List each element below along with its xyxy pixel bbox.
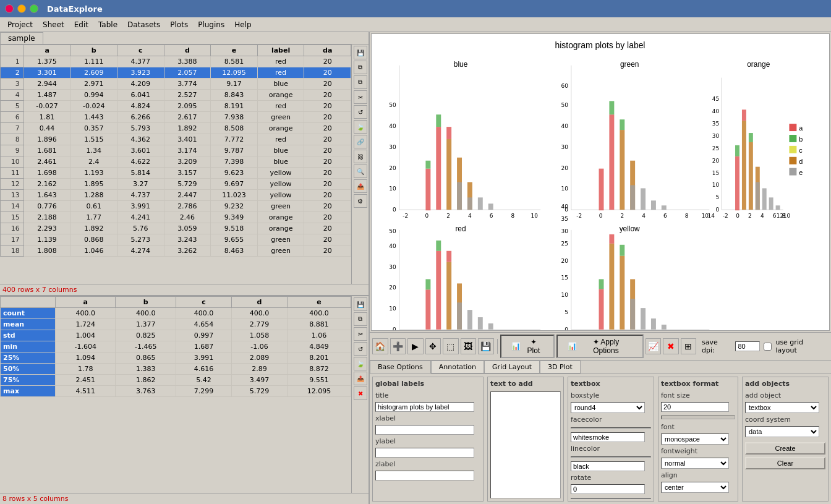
save-dpi-input[interactable] [735, 341, 760, 351]
menu-plugins[interactable]: Plugins [193, 19, 229, 30]
col-header-e[interactable]: e [211, 45, 258, 56]
fontweight-select[interactable]: normal [661, 458, 729, 469]
linecolor-input[interactable] [571, 461, 645, 471]
tab-annotation[interactable]: Annotation [431, 361, 484, 374]
xlabel-input[interactable] [375, 425, 474, 435]
table-row[interactable]: 152.1881.774.2412.469.349orange20 [1, 212, 351, 223]
plot-x-btn[interactable]: ✖ [663, 338, 679, 354]
stats-table-row[interactable]: std1.0040.8250.9971.0581.06 [1, 330, 351, 341]
tb-link-btn[interactable]: 🔗 [354, 135, 367, 148]
facecolor-slider[interactable] [571, 427, 651, 429]
tab-3d-plot[interactable]: 3D Plot [540, 361, 581, 374]
plot-add-btn[interactable]: ➕ [390, 338, 406, 354]
ylabel-input[interactable] [375, 448, 474, 458]
tb-filter-btn[interactable]: ⚙ [354, 194, 367, 208]
tb-copy-btn[interactable]: ⧉ [354, 61, 367, 74]
plot-button[interactable]: 📊 ✦ Plot [500, 335, 555, 358]
tb-unlink-btn[interactable]: ⛓ [354, 150, 367, 163]
table-row[interactable]: 162.2931.8925.763.0599.518orange20 [1, 223, 351, 234]
zlabel-input[interactable] [375, 471, 474, 481]
stats-table-row[interactable]: 25%1.0940.8653.9912.0898.201 [1, 352, 351, 364]
data-table-scroll[interactable]: a b c d e label da 11.3751.1114.3773.388… [0, 45, 351, 284]
tb-save-btn[interactable]: 💾 [354, 46, 367, 59]
table-row[interactable]: 102.4612.44.6223.2097.398blue20 [1, 156, 351, 168]
table-row[interactable]: 131.6431.2884.7372.44711.023yellow20 [1, 190, 351, 201]
stats-tb-x-btn[interactable]: ✖ [354, 387, 367, 400]
table-row[interactable]: 81.8961.5154.3623.4017.772red20 [1, 134, 351, 145]
plot-chart2-btn[interactable]: 📈 [646, 338, 662, 354]
col-header-b[interactable]: b [70, 45, 117, 56]
tab-grid-layout[interactable]: Grid Layout [484, 361, 540, 374]
font-size-slider[interactable] [661, 416, 735, 419]
stats-tb-scissors-btn[interactable]: ✂ [354, 327, 367, 341]
stats-col-header-e[interactable]: e [287, 297, 351, 308]
menu-plots[interactable]: Plots [165, 19, 193, 30]
table-row[interactable]: 41.4870.9946.0412.5278.843orange20 [1, 90, 351, 101]
tb-export-btn[interactable]: 📤 [354, 179, 367, 193]
tb-refresh-btn[interactable]: ↺ [354, 105, 367, 119]
use-grid-checkbox[interactable] [764, 343, 772, 351]
table-row[interactable]: 32.9442.9714.2093.7749.17blue20 [1, 79, 351, 90]
stats-table-row[interactable]: mean1.7241.3774.6542.7798.881 [1, 319, 351, 330]
menu-sheet[interactable]: Sheet [38, 19, 69, 30]
table-row[interactable]: 181.8081.0464.2743.2628.463green20 [1, 246, 351, 257]
rotate-slider[interactable] [571, 498, 651, 499]
stats-tb-export-btn[interactable]: 📤 [354, 372, 367, 385]
apply-options-button[interactable]: 📊 ✦ Apply Options [556, 335, 643, 358]
align-select[interactable]: center [661, 482, 729, 493]
col-header-a[interactable]: a [23, 45, 70, 56]
stats-table-row[interactable]: count400.0400.0400.0400.0400.0 [1, 308, 351, 319]
table-row[interactable]: 61.811.4436.2662.6177.938green20 [1, 112, 351, 123]
table-row[interactable]: 70.440.3575.7931.8928.508orange20 [1, 123, 351, 134]
stats-table-scroll[interactable]: a b c d e count400.0400.0400.0400.0400.0… [0, 296, 351, 493]
table-row[interactable]: 11.3751.1114.3773.3888.581red20 [1, 56, 351, 67]
table-row[interactable]: 23.3012.6093.9232.05712.095red20 [1, 67, 351, 79]
table-row[interactable]: 140.7760.613.9912.7869.232green20 [1, 201, 351, 212]
table-row[interactable]: 122.1621.8953.275.7299.697yellow20 [1, 179, 351, 190]
stats-tb-save-btn[interactable]: 💾 [354, 297, 367, 311]
stats-table-row[interactable]: 50%1.781.3834.6162.898.872 [1, 364, 351, 375]
tb-scissors-btn[interactable]: ✂ [354, 90, 367, 104]
stats-col-header-c[interactable]: c [176, 297, 231, 308]
font-size-input[interactable] [661, 402, 729, 412]
rotate-input[interactable] [571, 484, 645, 494]
plot-move-btn[interactable]: ✥ [425, 338, 441, 354]
plot-grid-btn[interactable]: ⊞ [681, 338, 697, 354]
tab-sample[interactable]: sample [0, 32, 43, 44]
menu-table[interactable]: Table [93, 19, 122, 30]
create-button[interactable]: Create [745, 442, 825, 455]
plot-select-btn[interactable]: ⬚ [443, 338, 459, 354]
close-button[interactable] [5, 4, 14, 13]
stats-table-row[interactable]: 75%2.4511.8625.423.4979.551 [1, 375, 351, 386]
minimize-button[interactable] [17, 4, 26, 13]
facecolor-input[interactable] [571, 432, 645, 442]
stats-tb-copy-btn[interactable]: ⧉ [354, 312, 367, 326]
col-header-label[interactable]: label [257, 45, 304, 56]
plot-disk-btn[interactable]: 💾 [478, 338, 494, 354]
title-input[interactable] [375, 402, 474, 412]
stats-tb-refresh-btn[interactable]: ↺ [354, 342, 367, 356]
boxstyle-select[interactable]: round4 [571, 402, 645, 413]
col-header-c[interactable]: c [117, 45, 164, 56]
coord-system-select[interactable]: data [745, 426, 819, 437]
menu-project[interactable]: Project [2, 19, 38, 30]
stats-col-header-b[interactable]: b [116, 297, 176, 308]
plot-forward-btn[interactable]: ▶ [407, 338, 424, 354]
stats-table-row[interactable]: min-1.604-1.4651.687-1.064.849 [1, 341, 351, 352]
tab-base-options[interactable]: Base Options [370, 361, 431, 374]
plot-image-btn[interactable]: 🖼 [461, 338, 477, 354]
stats-col-header-d[interactable]: d [231, 297, 287, 308]
tb-zoom-btn[interactable]: 🔍 [354, 164, 367, 178]
clear-button[interactable]: Clear [745, 457, 825, 469]
col-header-da[interactable]: da [304, 45, 351, 56]
stats-col-header-a[interactable]: a [56, 297, 116, 308]
tb-copy2-btn[interactable]: ⧉ [354, 75, 367, 89]
menu-edit[interactable]: Edit [69, 19, 93, 30]
linecolor-slider[interactable] [571, 456, 651, 458]
plot-home-btn[interactable]: 🏠 [372, 338, 388, 354]
maximize-button[interactable] [30, 4, 38, 13]
text-to-add-textarea[interactable] [490, 391, 561, 498]
table-row[interactable]: 171.1390.8685.2733.2439.655green20 [1, 234, 351, 246]
stats-tb-leaf-btn[interactable]: 🍃 [354, 357, 367, 370]
table-row[interactable]: 5-0.027-0.0244.8242.0958.191red20 [1, 101, 351, 112]
